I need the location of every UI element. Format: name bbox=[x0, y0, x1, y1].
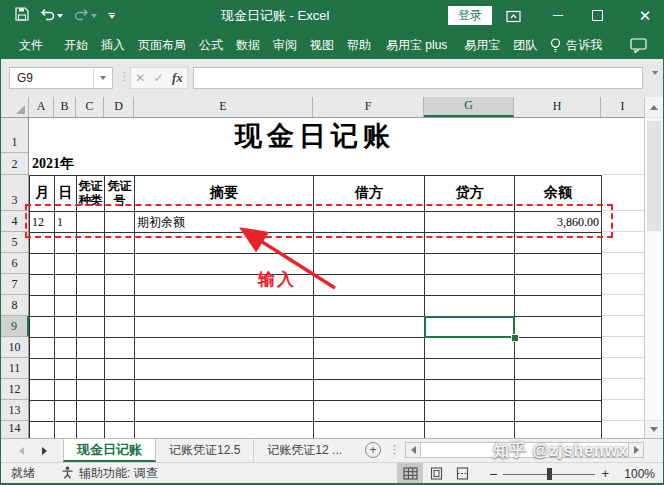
tab-options-dots-icon[interactable]: ⋮ bbox=[389, 443, 400, 462]
window-title: 现金日记账 - Excel bbox=[221, 1, 329, 31]
scroll-down-icon[interactable] bbox=[645, 420, 663, 438]
tab-data[interactable]: 数据 bbox=[236, 37, 260, 54]
column-header-a[interactable]: A bbox=[29, 97, 54, 117]
name-box-value: G9 bbox=[17, 71, 33, 85]
fill-handle[interactable] bbox=[511, 334, 519, 342]
tab-yyb[interactable]: 易用宝 bbox=[464, 37, 500, 54]
minimize-button[interactable]: ─ bbox=[546, 1, 570, 31]
gridlines-column-i bbox=[602, 210, 644, 438]
normal-view-icon[interactable] bbox=[397, 463, 423, 484]
zoom-out-button[interactable]: − bbox=[489, 466, 497, 482]
vertical-scrollbar[interactable] bbox=[644, 97, 663, 438]
new-sheet-icon[interactable]: + bbox=[365, 442, 381, 458]
undo-dropdown-icon[interactable] bbox=[57, 14, 63, 18]
tab-formulas[interactable]: 公式 bbox=[199, 37, 223, 54]
annotation-dashed-box bbox=[25, 204, 613, 238]
row-header-3[interactable]: 3 bbox=[1, 175, 28, 211]
next-sheet-icon[interactable] bbox=[42, 447, 47, 455]
tab-page-layout[interactable]: 页面布局 bbox=[138, 37, 186, 54]
redo-icon[interactable] bbox=[74, 7, 89, 25]
row-header-1[interactable]: 1 bbox=[1, 118, 28, 153]
column-header-e[interactable]: E bbox=[134, 97, 313, 117]
excel-window: 现金日记账 - Excel 登录 ─ ✕ 文件 开始 插入 页面布局 公式 数据… bbox=[0, 0, 664, 485]
vertical-scroll-thumb[interactable] bbox=[647, 121, 661, 231]
login-button[interactable]: 登录 bbox=[448, 6, 492, 25]
row-header-5[interactable]: 5 bbox=[1, 232, 28, 253]
empty-row bbox=[30, 422, 602, 439]
tab-view[interactable]: 视图 bbox=[310, 37, 334, 54]
sheet-tab-voucher-12-5[interactable]: 记账凭证12.5 bbox=[156, 439, 254, 462]
save-icon[interactable] bbox=[15, 7, 29, 25]
sheet-tab-voucher-12[interactable]: 记账凭证12 ... bbox=[254, 439, 355, 462]
empty-row bbox=[30, 359, 602, 380]
column-header-g-selected[interactable]: G bbox=[424, 97, 514, 117]
tab-file[interactable]: 文件 bbox=[19, 37, 43, 54]
column-header-d[interactable]: D bbox=[104, 97, 134, 117]
sheet-tab-cash-journal[interactable]: 现金日记账 bbox=[63, 439, 156, 462]
status-bar-right: − + 100% bbox=[397, 463, 655, 484]
year-label: 2021年 bbox=[32, 155, 74, 173]
row-header-strip: 1 2 3 4 5 6 7 8 9 10 11 12 13 14 bbox=[1, 118, 29, 438]
scroll-up-icon[interactable] bbox=[645, 97, 663, 118]
tab-yyb-plus[interactable]: 易用宝 plus bbox=[386, 37, 447, 54]
accessibility-status[interactable]: 辅助功能: 调查 bbox=[61, 465, 158, 482]
zoom-slider-handle[interactable] bbox=[547, 468, 552, 480]
lightbulb-icon bbox=[550, 38, 561, 53]
enter-icon[interactable]: ✓ bbox=[154, 71, 164, 85]
row-header-9-selected[interactable]: 9 bbox=[1, 316, 29, 337]
row-header-13[interactable]: 13 bbox=[1, 400, 28, 421]
name-box[interactable]: G9 bbox=[9, 67, 113, 89]
empty-row bbox=[30, 296, 602, 317]
column-header-f[interactable]: F bbox=[313, 97, 424, 117]
scroll-right-icon[interactable] bbox=[628, 442, 644, 458]
redo-dropdown-icon[interactable] bbox=[91, 14, 97, 18]
customize-qat-icon[interactable] bbox=[108, 13, 115, 20]
formula-input[interactable] bbox=[193, 67, 643, 89]
tab-insert[interactable]: 插入 bbox=[101, 37, 125, 54]
row-header-6[interactable]: 6 bbox=[1, 253, 28, 274]
tab-home[interactable]: 开始 bbox=[64, 37, 88, 54]
zoom-slider[interactable] bbox=[503, 467, 595, 481]
tab-review[interactable]: 审阅 bbox=[273, 37, 297, 54]
tab-team[interactable]: 团队 bbox=[513, 37, 537, 54]
tab-help[interactable]: 帮助 bbox=[347, 37, 371, 54]
zoom-in-button[interactable]: + bbox=[601, 466, 609, 481]
prev-sheet-icon[interactable] bbox=[19, 447, 24, 455]
undo-icon[interactable] bbox=[40, 7, 55, 25]
row-header-2[interactable]: 2 bbox=[1, 153, 28, 175]
zoom-level[interactable]: 100% bbox=[617, 467, 655, 481]
column-header-c[interactable]: C bbox=[76, 97, 104, 117]
name-box-dropdown-icon[interactable] bbox=[93, 68, 112, 88]
row-header-11[interactable]: 11 bbox=[1, 358, 28, 379]
select-all-corner[interactable] bbox=[1, 97, 29, 117]
cancel-icon[interactable]: ✕ bbox=[135, 71, 145, 85]
page-break-view-icon[interactable] bbox=[449, 463, 475, 484]
accessibility-icon bbox=[61, 466, 74, 482]
row-header-12[interactable]: 12 bbox=[1, 379, 28, 400]
formula-bar: G9 ⋮ ✕ ✓ fx bbox=[1, 59, 663, 97]
expand-formula-bar-icon[interactable] bbox=[652, 75, 658, 93]
sheet-title: 现金日记账 bbox=[29, 119, 601, 153]
column-header-h[interactable]: H bbox=[514, 97, 601, 117]
empty-row bbox=[30, 275, 602, 296]
maximize-button[interactable] bbox=[592, 10, 603, 21]
row-header-8[interactable]: 8 bbox=[1, 295, 28, 316]
ribbon-display-options-icon[interactable] bbox=[506, 9, 521, 27]
row-header-10[interactable]: 10 bbox=[1, 337, 28, 358]
row-header-4[interactable]: 4 bbox=[1, 211, 28, 232]
select-all-icon bbox=[16, 105, 25, 114]
formula-bar-divider: ⋮ bbox=[119, 70, 130, 83]
page-layout-view-icon[interactable] bbox=[423, 463, 449, 484]
column-header-i[interactable]: I bbox=[601, 97, 644, 117]
sheet-nav bbox=[1, 439, 63, 462]
insert-function-icon[interactable]: fx bbox=[172, 70, 183, 86]
selected-cell-g9[interactable] bbox=[424, 316, 515, 338]
column-header-b[interactable]: B bbox=[54, 97, 76, 117]
row-header-7[interactable]: 7 bbox=[1, 274, 28, 295]
row-header-14[interactable]: 14 bbox=[1, 421, 28, 438]
tell-me-box[interactable]: 告诉我 bbox=[566, 37, 602, 54]
scroll-left-icon[interactable] bbox=[405, 442, 421, 458]
close-button[interactable]: ✕ bbox=[633, 1, 657, 31]
comment-icon[interactable] bbox=[630, 38, 647, 53]
column-header-strip: A B C D E F G H I bbox=[1, 97, 644, 118]
